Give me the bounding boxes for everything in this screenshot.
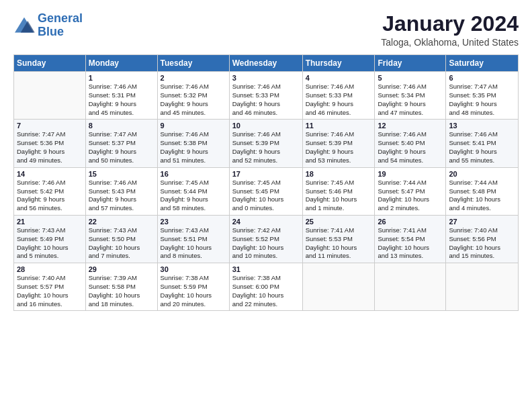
calendar-cell: 15Sunrise: 7:46 AM Sunset: 5:43 PM Dayli… <box>85 167 157 215</box>
weekday-header-wednesday: Wednesday <box>229 55 302 72</box>
calendar-cell: 14Sunrise: 7:46 AM Sunset: 5:42 PM Dayli… <box>14 167 86 215</box>
logo-text: General Blue <box>38 12 83 39</box>
calendar-cell <box>375 263 446 311</box>
calendar-cell: 29Sunrise: 7:39 AM Sunset: 5:58 PM Dayli… <box>85 263 157 311</box>
day-number: 4 <box>306 74 372 82</box>
day-number: 1 <box>89 74 154 82</box>
day-info: Sunrise: 7:44 AM Sunset: 5:47 PM Dayligh… <box>378 179 443 213</box>
calendar-cell: 7Sunrise: 7:47 AM Sunset: 5:36 PM Daylig… <box>14 120 86 167</box>
day-number: 20 <box>449 170 515 178</box>
calendar-cell: 10Sunrise: 7:46 AM Sunset: 5:39 PM Dayli… <box>229 120 302 167</box>
weekday-header-thursday: Thursday <box>302 55 375 72</box>
day-info: Sunrise: 7:46 AM Sunset: 5:34 PM Dayligh… <box>378 83 443 117</box>
weekday-header-row: SundayMondayTuesdayWednesdayThursdayFrid… <box>14 55 519 72</box>
subtitle: Taloga, Oklahoma, United States <box>381 37 519 48</box>
day-number: 6 <box>449 74 515 82</box>
weekday-header-monday: Monday <box>85 55 157 72</box>
day-info: Sunrise: 7:46 AM Sunset: 5:41 PM Dayligh… <box>449 130 515 165</box>
day-number: 8 <box>89 122 154 130</box>
calendar-cell: 11Sunrise: 7:46 AM Sunset: 5:39 PM Dayli… <box>302 120 375 167</box>
logo-general: General <box>38 11 83 25</box>
calendar-cell: 21Sunrise: 7:43 AM Sunset: 5:49 PM Dayli… <box>14 215 86 263</box>
day-number: 22 <box>89 218 154 226</box>
week-row-4: 21Sunrise: 7:43 AM Sunset: 5:49 PM Dayli… <box>14 215 519 263</box>
calendar-cell: 2Sunrise: 7:46 AM Sunset: 5:32 PM Daylig… <box>157 72 229 120</box>
day-number: 9 <box>161 122 226 130</box>
week-row-3: 14Sunrise: 7:46 AM Sunset: 5:42 PM Dayli… <box>14 167 519 215</box>
day-number: 30 <box>161 265 226 273</box>
logo-blue: Blue <box>38 25 64 38</box>
calendar-cell: 13Sunrise: 7:46 AM Sunset: 5:41 PM Dayli… <box>446 120 519 167</box>
calendar-cell: 19Sunrise: 7:44 AM Sunset: 5:47 PM Dayli… <box>375 167 446 215</box>
calendar-cell: 23Sunrise: 7:43 AM Sunset: 5:51 PM Dayli… <box>157 215 229 263</box>
calendar-cell: 24Sunrise: 7:42 AM Sunset: 5:52 PM Dayli… <box>229 215 302 263</box>
calendar-cell: 17Sunrise: 7:45 AM Sunset: 5:45 PM Dayli… <box>229 167 302 215</box>
header: General Blue January 2024 Taloga, Oklaho… <box>13 12 519 48</box>
calendar-cell: 16Sunrise: 7:45 AM Sunset: 5:44 PM Dayli… <box>157 167 229 215</box>
calendar-cell: 22Sunrise: 7:43 AM Sunset: 5:50 PM Dayli… <box>85 215 157 263</box>
day-number: 23 <box>161 218 226 226</box>
day-info: Sunrise: 7:38 AM Sunset: 5:59 PM Dayligh… <box>161 274 226 308</box>
page: General Blue January 2024 Taloga, Oklaho… <box>0 0 532 411</box>
day-info: Sunrise: 7:39 AM Sunset: 5:58 PM Dayligh… <box>89 274 154 308</box>
day-info: Sunrise: 7:47 AM Sunset: 5:37 PM Dayligh… <box>89 130 154 165</box>
main-title: January 2024 <box>381 12 519 36</box>
day-number: 5 <box>378 74 443 82</box>
day-number: 13 <box>449 122 515 130</box>
day-number: 27 <box>449 218 515 226</box>
day-info: Sunrise: 7:38 AM Sunset: 6:00 PM Dayligh… <box>232 274 300 308</box>
day-info: Sunrise: 7:41 AM Sunset: 5:54 PM Dayligh… <box>378 226 443 261</box>
day-info: Sunrise: 7:46 AM Sunset: 5:33 PM Dayligh… <box>232 83 300 117</box>
day-info: Sunrise: 7:40 AM Sunset: 5:56 PM Dayligh… <box>449 226 515 261</box>
calendar-body: 1Sunrise: 7:46 AM Sunset: 5:31 PM Daylig… <box>14 72 519 311</box>
calendar-cell <box>446 263 519 311</box>
day-info: Sunrise: 7:46 AM Sunset: 5:40 PM Dayligh… <box>378 130 443 165</box>
day-info: Sunrise: 7:43 AM Sunset: 5:51 PM Dayligh… <box>161 226 226 261</box>
weekday-header-friday: Friday <box>375 55 446 72</box>
day-info: Sunrise: 7:45 AM Sunset: 5:44 PM Dayligh… <box>161 179 226 213</box>
day-info: Sunrise: 7:46 AM Sunset: 5:39 PM Dayligh… <box>232 130 300 165</box>
calendar-cell: 31Sunrise: 7:38 AM Sunset: 6:00 PM Dayli… <box>229 263 302 311</box>
calendar-cell <box>14 72 86 120</box>
day-info: Sunrise: 7:44 AM Sunset: 5:48 PM Dayligh… <box>449 179 515 213</box>
day-number: 19 <box>378 170 443 178</box>
calendar-cell: 6Sunrise: 7:47 AM Sunset: 5:35 PM Daylig… <box>446 72 519 120</box>
day-info: Sunrise: 7:46 AM Sunset: 5:38 PM Dayligh… <box>161 130 226 165</box>
day-number: 10 <box>232 122 300 130</box>
calendar-cell: 9Sunrise: 7:46 AM Sunset: 5:38 PM Daylig… <box>157 120 229 167</box>
day-info: Sunrise: 7:40 AM Sunset: 5:57 PM Dayligh… <box>17 274 83 308</box>
day-info: Sunrise: 7:45 AM Sunset: 5:45 PM Dayligh… <box>232 179 300 213</box>
day-info: Sunrise: 7:41 AM Sunset: 5:53 PM Dayligh… <box>306 226 372 261</box>
calendar-cell: 28Sunrise: 7:40 AM Sunset: 5:57 PM Dayli… <box>14 263 86 311</box>
day-number: 28 <box>17 265 83 273</box>
calendar-cell: 20Sunrise: 7:44 AM Sunset: 5:48 PM Dayli… <box>446 167 519 215</box>
day-info: Sunrise: 7:46 AM Sunset: 5:39 PM Dayligh… <box>306 130 372 165</box>
calendar-cell: 26Sunrise: 7:41 AM Sunset: 5:54 PM Dayli… <box>375 215 446 263</box>
day-number: 17 <box>232 170 300 178</box>
calendar-cell: 12Sunrise: 7:46 AM Sunset: 5:40 PM Dayli… <box>375 120 446 167</box>
calendar-cell: 1Sunrise: 7:46 AM Sunset: 5:31 PM Daylig… <box>85 72 157 120</box>
day-number: 15 <box>89 170 154 178</box>
day-info: Sunrise: 7:46 AM Sunset: 5:43 PM Dayligh… <box>89 179 154 213</box>
weekday-header-tuesday: Tuesday <box>157 55 229 72</box>
day-info: Sunrise: 7:46 AM Sunset: 5:32 PM Dayligh… <box>161 83 226 117</box>
calendar-table: SundayMondayTuesdayWednesdayThursdayFrid… <box>13 54 519 311</box>
day-number: 25 <box>306 218 372 226</box>
day-info: Sunrise: 7:46 AM Sunset: 5:42 PM Dayligh… <box>17 179 83 213</box>
calendar-cell <box>302 263 375 311</box>
day-info: Sunrise: 7:47 AM Sunset: 5:36 PM Dayligh… <box>17 130 83 165</box>
title-block: January 2024 Taloga, Oklahoma, United St… <box>381 12 519 48</box>
day-number: 24 <box>232 218 300 226</box>
day-number: 26 <box>378 218 443 226</box>
calendar-cell: 4Sunrise: 7:46 AM Sunset: 5:33 PM Daylig… <box>302 72 375 120</box>
week-row-1: 1Sunrise: 7:46 AM Sunset: 5:31 PM Daylig… <box>14 72 519 120</box>
logo: General Blue <box>13 12 83 39</box>
day-info: Sunrise: 7:45 AM Sunset: 5:46 PM Dayligh… <box>306 179 372 213</box>
day-number: 2 <box>161 74 226 82</box>
calendar-cell: 25Sunrise: 7:41 AM Sunset: 5:53 PM Dayli… <box>302 215 375 263</box>
day-number: 31 <box>232 265 300 273</box>
day-info: Sunrise: 7:43 AM Sunset: 5:49 PM Dayligh… <box>17 226 83 261</box>
calendar-cell: 5Sunrise: 7:46 AM Sunset: 5:34 PM Daylig… <box>375 72 446 120</box>
day-number: 3 <box>232 74 300 82</box>
calendar-cell: 30Sunrise: 7:38 AM Sunset: 5:59 PM Dayli… <box>157 263 229 311</box>
